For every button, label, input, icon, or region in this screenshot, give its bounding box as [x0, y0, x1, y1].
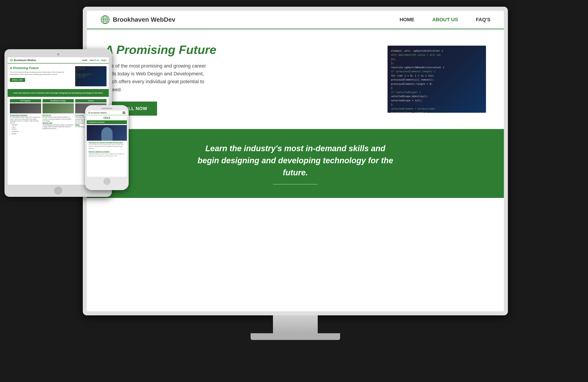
- tablet-card-brookhaven-image: [42, 103, 74, 113]
- nav-links: HOME ABOUT US FAQ'S: [399, 17, 490, 22]
- hero-image: element, attr, ngSwitchController { attr…: [388, 46, 486, 113]
- tablet-card-brookhaven: Brookhaven College Who We Are We are a d…: [42, 99, 74, 135]
- nav-faqs[interactable]: FAQ'S: [476, 17, 490, 22]
- tablet-green-banner: Learn the industry's most in-demand skil…: [8, 89, 109, 97]
- site-logo: Brookhaven WebDev: [100, 15, 175, 25]
- code-line-13: selectedScope = null;: [391, 99, 483, 103]
- hero-section: A Promising Future One of the most promi…: [87, 29, 504, 129]
- tablet-card-offer-link[interactable]: What We Offer: [42, 122, 74, 124]
- tablet-card-cit-header: CIT Programs: [10, 99, 41, 102]
- code-line-2: attr.$$element[0].value = attr.ok;: [391, 53, 483, 57]
- monitor-body: Brookhaven WebDev HOME ABOUT US FAQ'S A …: [83, 7, 508, 315]
- phone-student-image: [87, 125, 127, 141]
- tablet-logo: Brookhaven WebDev: [10, 59, 36, 62]
- tablet-card-careers-header: Careers: [75, 99, 106, 102]
- monitor-base: [251, 333, 340, 340]
- tablet-nav-home[interactable]: HOME: [82, 59, 87, 61]
- phone-body: Brookhaven WebDev FAQ'S Prospective Stud…: [85, 105, 129, 190]
- list-item: ASP.NET: [12, 124, 41, 126]
- phone-globe-icon: [88, 112, 90, 114]
- hero-description: One of the most promising and growing ca…: [105, 62, 212, 94]
- code-line-5: function ngSwitchWhenAction(value) {: [391, 66, 483, 70]
- tablet-hero: A Promising Future One of the most promi…: [8, 63, 109, 89]
- list-item: MySQL: [12, 133, 41, 135]
- code-line-16: function(clone, scope) {: [391, 111, 483, 113]
- tablet-card-cit: CIT Programs Programming Languages Our a…: [10, 99, 41, 135]
- tablet-camera: [57, 53, 59, 56]
- list-item: JavaScript: [12, 130, 41, 133]
- code-line-12: selectedScope.$destroy();: [391, 95, 483, 99]
- list-item: CSS3: [12, 126, 41, 128]
- phone-qa: How Much Do Classes Through DCCCD cost? …: [87, 141, 127, 159]
- tablet-card-offer-text: As technology continually changes, Brook…: [42, 124, 74, 130]
- tablet-card-cit-text: Our affordable courses range from in-per…: [10, 116, 41, 124]
- hero-title: A Promising Future: [105, 43, 374, 57]
- hamburger-menu-icon[interactable]: [122, 112, 126, 114]
- tablet-hero-title: A Promising Future: [10, 66, 73, 70]
- tablet-nav: Brookhaven WebDev HOME ABOUT US FAQ'S: [8, 57, 109, 63]
- tablet-hero-desc: One of the most promising and growing ca…: [10, 71, 73, 76]
- code-background: element, attr, ngSwitchController { attr…: [388, 46, 486, 113]
- code-line-9: previousElements.length = 0;: [391, 82, 483, 86]
- code-line-4: },: [391, 61, 483, 65]
- tablet-nav-faqs[interactable]: FAQ'S: [101, 59, 106, 61]
- code-line-6: if (previousElements.length) {: [391, 70, 483, 74]
- monitor-stand: [273, 315, 318, 333]
- tablet-nav-about[interactable]: ABOUT US: [90, 59, 99, 61]
- tablet-card-who-link[interactable]: Who We Are: [42, 114, 74, 116]
- phone-screen: Brookhaven WebDev FAQ'S Prospective Stud…: [87, 110, 127, 177]
- tablet-card-cit-list: ASP.NET CSS3 HTML5 JavaScript MySQL: [10, 124, 41, 135]
- code-line-11: if (selectedScope) {: [391, 91, 483, 94]
- green-banner: Learn the industry's most in-demand skil…: [87, 129, 504, 198]
- banner-divider: [273, 184, 318, 184]
- tablet-logo-text: Brookhaven WebDev: [14, 59, 36, 61]
- code-line-3: });: [391, 58, 483, 61]
- code-line-14: }: [391, 103, 483, 107]
- phone-faqs-title: FAQ'S: [87, 115, 127, 120]
- phone-nav: Brookhaven WebDev: [87, 110, 127, 115]
- code-line-15: selectedElement = $transclude(: [391, 107, 483, 111]
- hero-text: A Promising Future One of the most promi…: [105, 43, 388, 116]
- code-line-10: }: [391, 86, 483, 90]
- phone-section-header: Prospective Students: [87, 120, 127, 124]
- tablet-home-button[interactable]: [54, 186, 62, 195]
- nav-home[interactable]: HOME: [399, 17, 414, 22]
- tablet-card-cit-image: [10, 103, 41, 113]
- monitor-screen: Brookhaven WebDev HOME ABOUT US FAQ'S A …: [87, 11, 504, 311]
- tablet-hero-image: element, attr {attr.val = a;});},functio…: [75, 66, 106, 86]
- phone-logo: Brookhaven WebDev: [88, 112, 107, 114]
- code-line-1: element, attr, ngSwitchController {: [391, 49, 483, 53]
- phone-answer-1: DCCCD offers one of the lowest tuition r…: [89, 144, 125, 149]
- menu-line-2: [122, 113, 126, 113]
- tablet-hero-text: A Promising Future One of the most promi…: [10, 66, 73, 86]
- phone-logo-text: Brookhaven WebDev: [91, 112, 107, 114]
- tablet-enroll-button[interactable]: ENROLL NOW: [10, 78, 25, 82]
- student-figure: [101, 127, 113, 141]
- code-line-7: for (var i = 0; i < ii < iii): [391, 74, 483, 78]
- tablet-banner-text: Learn the industry's most in-demand skil…: [13, 92, 103, 94]
- globe-icon: [100, 15, 110, 25]
- phone-question-1[interactable]: How Much Do Classes Through DCCCD cost?: [89, 141, 125, 143]
- phone-question-2[interactable]: How Do I Apply for College?: [89, 151, 125, 152]
- phone-home-button[interactable]: [104, 178, 110, 185]
- phone-answer-2: Potential students who are new to colleg…: [89, 153, 125, 157]
- monitor-logo-text: Brookhaven WebDev: [113, 16, 175, 23]
- menu-line-3: [122, 113, 126, 114]
- tablet-card-brookhaven-header: Brookhaven College: [42, 99, 74, 102]
- tablet-nav-links: HOME ABOUT US FAQ'S: [82, 59, 106, 61]
- menu-line-1: [122, 112, 126, 112]
- nav-about[interactable]: ABOUT US: [432, 17, 458, 22]
- tablet-card-brookhaven-text: We are a diverse and dynamic program of …: [42, 116, 74, 122]
- code-line-8: previousElements[i].remove();: [391, 78, 483, 82]
- phone: Brookhaven WebDev FAQ'S Prospective Stud…: [85, 105, 129, 190]
- banner-text: Learn the industry's most in-demand skil…: [195, 142, 396, 179]
- tablet-card-cit-link[interactable]: Programming Languages: [10, 114, 41, 116]
- phone-speaker: [101, 108, 113, 109]
- tablet-globe-icon: [10, 59, 13, 62]
- monitor: Brookhaven WebDev HOME ABOUT US FAQ'S A …: [83, 7, 508, 342]
- tablet-code: element, attr {attr.val = a;});},functio…: [75, 66, 106, 82]
- list-item: HTML5: [12, 128, 41, 130]
- site-nav: Brookhaven WebDev HOME ABOUT US FAQ'S: [87, 11, 504, 29]
